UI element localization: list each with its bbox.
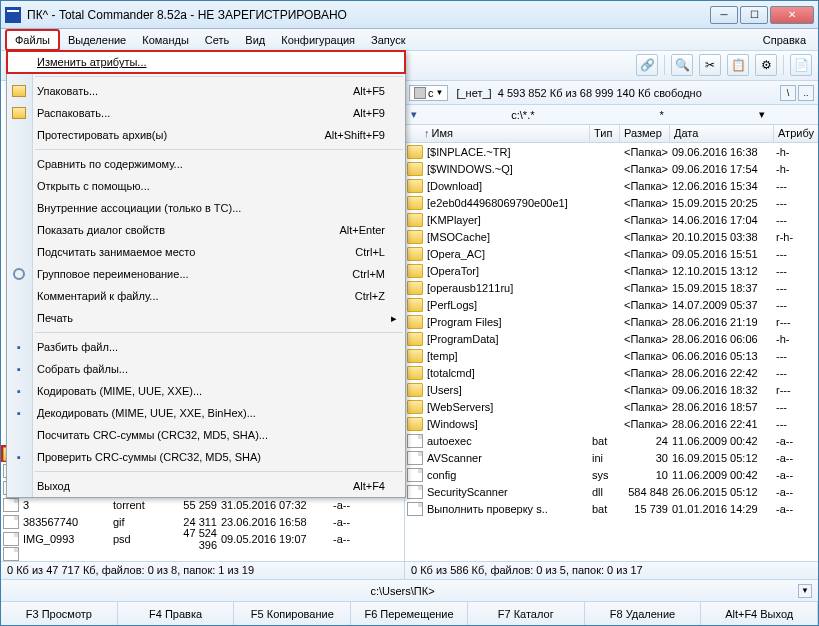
menu-item[interactable]: Изменить атрибуты... xyxy=(7,51,405,73)
list-item[interactable]: [e2eb0d44968069790e00e1]<Папка>15.09.201… xyxy=(405,194,818,211)
folder-icon xyxy=(407,162,423,176)
list-item[interactable]: [ProgramData]<Папка>28.06.2016 06:06-h- xyxy=(405,330,818,347)
left-status: 0 Кб из 47 717 Кб, файлов: 0 из 8, папок… xyxy=(1,561,404,579)
folder-icon xyxy=(407,349,423,363)
list-item[interactable]: [Windows]<Папка>28.06.2016 22:41--- xyxy=(405,415,818,432)
tb-url-icon[interactable]: 🔗 xyxy=(636,54,658,76)
altf4-button[interactable]: Alt+F4 Выход xyxy=(701,602,818,625)
right-file-list[interactable]: [$INPLACE.~TR]<Папка>09.06.2016 16:38-h-… xyxy=(405,143,818,561)
list-item[interactable]: 3torrent55 25931.05.2016 07:32-a-- xyxy=(1,496,404,513)
tb-tool3-icon[interactable]: ⚙ xyxy=(755,54,777,76)
list-item[interactable]: [PerfLogs]<Папка>14.07.2009 05:37--- xyxy=(405,296,818,313)
titlebar: ПК^ - Total Commander 8.52a - НЕ ЗАРЕГИС… xyxy=(1,1,818,29)
list-item[interactable]: [operausb1211ru]<Папка>15.09.2015 18:37-… xyxy=(405,279,818,296)
folder-icon xyxy=(407,179,423,193)
right-columns[interactable]: ↑Имя Тип Размер Дата Атрибу xyxy=(405,125,818,143)
list-item[interactable]: [KMPlayer]<Папка>14.06.2016 17:04--- xyxy=(405,211,818,228)
menu-item[interactable]: Комментарий к файлу...Ctrl+Z xyxy=(7,285,405,307)
list-item[interactable]: IMG_0993psd47 524 39609.05.2016 19:07-a-… xyxy=(1,530,404,547)
cmdline-dropdown-icon[interactable]: ▼ xyxy=(798,584,812,598)
menu-commands[interactable]: Команды xyxy=(134,31,197,49)
menu-net[interactable]: Сеть xyxy=(197,31,237,49)
check-icon: ▪ xyxy=(11,449,27,465)
menu-item[interactable]: Упаковать...Alt+F5 xyxy=(7,80,405,102)
menu-item[interactable]: Открыть с помощью... xyxy=(7,175,405,197)
list-item[interactable]: [WebServers]<Папка>28.06.2016 18:57--- xyxy=(405,398,818,415)
list-item[interactable]: [Program Files]<Папка>28.06.2016 21:19r-… xyxy=(405,313,818,330)
menu-view[interactable]: Вид xyxy=(237,31,273,49)
folder-icon xyxy=(407,315,423,329)
list-item[interactable]: SecurityScannerdll584 84826.06.2015 05:1… xyxy=(405,483,818,500)
list-item[interactable]: Выполнить проверку s..bat15 73901.01.201… xyxy=(405,500,818,517)
menu-selection[interactable]: Выделение xyxy=(60,31,134,49)
minimize-button[interactable]: ─ xyxy=(710,6,738,24)
box-icon xyxy=(11,83,27,99)
split-icon: ▪ xyxy=(11,339,27,355)
list-item[interactable]: [MSOCache]<Папка>20.10.2015 03:38r-h- xyxy=(405,228,818,245)
menu-item[interactable]: Подсчитать занимаемое местоCtrl+L xyxy=(7,241,405,263)
right-path[interactable]: ▾ c:\*.* * ▾ xyxy=(405,105,818,125)
folder-icon xyxy=(407,230,423,244)
folder-icon xyxy=(407,400,423,414)
list-item[interactable]: [temp]<Папка>06.06.2016 05:13--- xyxy=(405,347,818,364)
file-icon xyxy=(3,532,19,546)
menu-config[interactable]: Конфигурация xyxy=(273,31,363,49)
history-icon[interactable]: ▾ xyxy=(712,108,812,121)
folder-icon xyxy=(407,332,423,346)
tb-tool1-icon[interactable]: ✂ xyxy=(699,54,721,76)
close-button[interactable]: ✕ xyxy=(770,6,814,24)
f3-button[interactable]: F3 Просмотр xyxy=(1,602,118,625)
folder-icon xyxy=(407,213,423,227)
menu-item[interactable]: Протестировать архив(ы)Alt+Shift+F9 xyxy=(7,124,405,146)
file-icon xyxy=(407,485,423,499)
tb-search-icon[interactable]: 🔍 xyxy=(671,54,693,76)
menu-item[interactable]: Показать диалог свойствAlt+Enter xyxy=(7,219,405,241)
file-icon xyxy=(407,502,423,516)
menu-help[interactable]: Справка xyxy=(755,31,814,49)
menu-item[interactable]: ▪Собрать файлы... xyxy=(7,358,405,380)
dec-icon: ▪ xyxy=(11,405,27,421)
maximize-button[interactable]: ☐ xyxy=(740,6,768,24)
menu-item[interactable]: Распаковать...Alt+F9 xyxy=(7,102,405,124)
app-icon xyxy=(5,7,21,23)
menu-item[interactable]: Посчитать CRC-суммы (CRC32, MD5, SHA)... xyxy=(7,424,405,446)
list-item[interactable]: [$WINDOWS.~Q]<Папка>09.06.2016 17:54-h- xyxy=(405,160,818,177)
favorites-icon[interactable]: * xyxy=(612,109,712,121)
menu-item[interactable]: Групповое переименование...Ctrl+M xyxy=(7,263,405,285)
menu-files[interactable]: Файлы xyxy=(5,29,60,51)
menu-item[interactable]: ▪Кодировать (MIME, UUE, XXE)... xyxy=(7,380,405,402)
f7-button[interactable]: F7 Каталог xyxy=(468,602,585,625)
menu-item[interactable]: ВыходAlt+F4 xyxy=(7,475,405,497)
list-item[interactable]: autoexecbat2411.06.2009 00:42-a-- xyxy=(405,432,818,449)
list-item[interactable]: [Opera_AC]<Папка>09.05.2016 15:51--- xyxy=(405,245,818,262)
menu-item[interactable]: ▪Разбить файл... xyxy=(7,336,405,358)
nav-root-button[interactable]: \ xyxy=(780,85,796,101)
files-menu-dropdown: Изменить атрибуты...Упаковать...Alt+F5Ра… xyxy=(6,50,406,498)
menu-item[interactable]: Сравнить по содержимому... xyxy=(7,153,405,175)
f8-button[interactable]: F8 Удаление xyxy=(585,602,702,625)
folder-icon xyxy=(407,417,423,431)
list-item[interactable]: [Download]<Папка>12.06.2016 15:34--- xyxy=(405,177,818,194)
list-item[interactable]: AVScannerini3016.09.2015 05:12-a-- xyxy=(405,449,818,466)
list-item[interactable]: configsys1011.06.2009 00:42-a-- xyxy=(405,466,818,483)
menu-item[interactable]: Внутренние ассоциации (только в TC)... xyxy=(7,197,405,219)
menu-item[interactable]: Печать▸ xyxy=(7,307,405,329)
list-item[interactable]: [OperaTor]<Папка>12.10.2015 13:12--- xyxy=(405,262,818,279)
menubar: Файлы Выделение Команды Сеть Вид Конфигу… xyxy=(1,29,818,51)
f5-button[interactable]: F5 Копирование xyxy=(234,602,351,625)
f6-button[interactable]: F6 Перемещение xyxy=(351,602,468,625)
f4-button[interactable]: F4 Правка xyxy=(118,602,235,625)
menu-item[interactable]: ▪Проверить CRC-суммы (CRC32, MD5, SHA) xyxy=(7,446,405,468)
command-line[interactable]: c:\Users\ПК> ▼ xyxy=(1,579,818,601)
tb-tool4-icon[interactable]: 📄 xyxy=(790,54,812,76)
tb-tool2-icon[interactable]: 📋 xyxy=(727,54,749,76)
list-item[interactable]: [Users]<Папка>09.06.2016 18:32r--- xyxy=(405,381,818,398)
enc-icon: ▪ xyxy=(11,383,27,399)
menu-item[interactable]: ▪Декодировать (MIME, UUE, XXE, BinHex)..… xyxy=(7,402,405,424)
nav-up-button[interactable]: .. xyxy=(798,85,814,101)
file-icon xyxy=(3,547,19,561)
list-item[interactable]: [$INPLACE.~TR]<Папка>09.06.2016 16:38-h- xyxy=(405,143,818,160)
menu-start[interactable]: Запуск xyxy=(363,31,413,49)
list-item[interactable]: [totalcmd]<Папка>28.06.2016 22:42--- xyxy=(405,364,818,381)
drive-selector[interactable]: c ▼ xyxy=(409,85,448,101)
